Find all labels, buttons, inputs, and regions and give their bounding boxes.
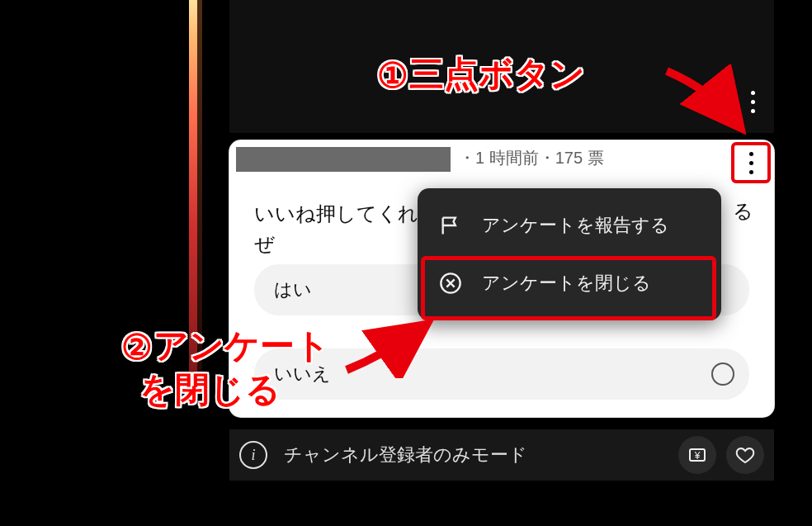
superchat-button[interactable]: ¥ [678, 436, 716, 474]
close-circle-icon [439, 272, 462, 295]
panel-more-button[interactable] [736, 83, 769, 121]
poll-question: いいね押してくれ ぜ [254, 198, 418, 259]
annotation-number-2: ② [120, 331, 153, 364]
poll-question-line1: いいね押してくれ [254, 202, 418, 225]
reaction-button[interactable] [726, 436, 764, 474]
menu-item-close-poll[interactable]: アンケートを閉じる [418, 254, 721, 312]
poll-option-no[interactable]: いいえ [254, 348, 749, 400]
svg-text:¥: ¥ [694, 450, 701, 462]
chat-mode-text: チャンネル登録者のみモード [284, 443, 668, 467]
info-icon: i [251, 447, 255, 464]
yen-icon: ¥ [687, 445, 707, 465]
poll-option-label: はい [274, 279, 312, 300]
poll-context-menu: アンケートを報告する アンケートを閉じる [418, 188, 721, 320]
info-button[interactable]: i [239, 441, 267, 469]
menu-item-label: アンケートを閉じる [482, 271, 651, 296]
menu-item-report-poll[interactable]: アンケートを報告する [418, 197, 721, 254]
poll-meta: ・1 時間前・175 票 [459, 147, 604, 169]
poll-question-truncated-tail: る [733, 198, 753, 225]
video-thumbnail-strip-shadow [197, 0, 202, 376]
video-thumbnail-strip [189, 0, 197, 376]
radio-unchecked-icon [711, 363, 734, 386]
menu-item-label: アンケートを報告する [482, 213, 669, 238]
heart-icon [735, 445, 755, 465]
more-vertical-icon [749, 152, 753, 174]
flag-icon [439, 214, 462, 237]
poll-more-button[interactable] [734, 145, 767, 180]
poll-meta-prefix: ・ [459, 149, 475, 167]
poll-votes: 175 票 [555, 149, 604, 167]
chat-footer-bar: i チャンネル登録者のみモード ¥ [229, 429, 774, 481]
poll-header: ・1 時間前・175 票 [229, 140, 774, 177]
poll-meta-separator: ・ [539, 149, 555, 167]
chat-panel-top [229, 0, 774, 133]
poll-author-placeholder [236, 147, 451, 172]
poll-time-ago: 1 時間前 [475, 149, 539, 167]
poll-option-label: いいえ [274, 363, 331, 384]
more-vertical-icon [751, 91, 755, 113]
poll-question-line2: ぜ [254, 233, 275, 255]
